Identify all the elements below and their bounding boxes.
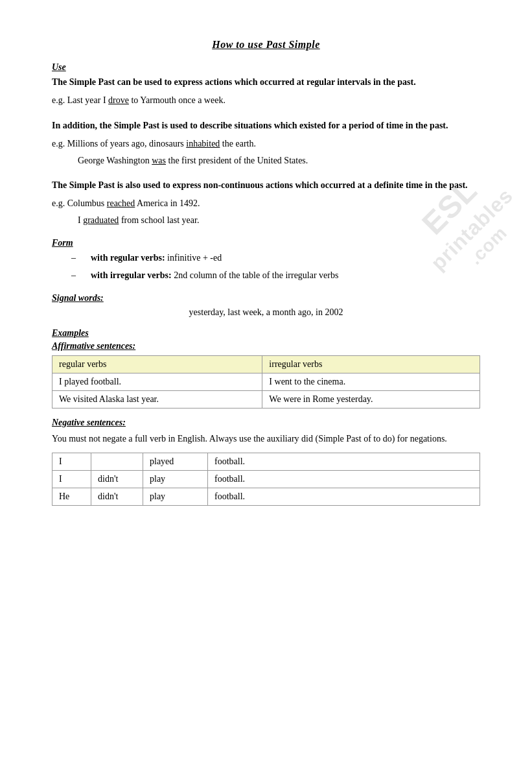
neg-r3-c4: football. [208, 488, 480, 506]
affirmative-col2-header: irregular verbs [262, 355, 480, 373]
affirmative-r1-c1: I played football. [52, 373, 262, 390]
affirmative-table: regular verbs irregular verbs I played f… [52, 355, 480, 409]
neg-r2-c2: didn't [91, 471, 143, 488]
neg-r2-c3: play [143, 471, 208, 488]
neg-r1-c2 [91, 453, 143, 471]
page-title: How to use Past Simple [52, 39, 480, 51]
examples-section: Examples Affirmative sentences: regular … [52, 328, 480, 506]
signal-words: yesterday, last week, a month ago, in 20… [52, 307, 480, 318]
neg-r1-c3: played [143, 453, 208, 471]
use-heading: Use [52, 62, 480, 73]
neg-r3-c3: play [143, 488, 208, 506]
use-paragraph-3: The Simple Past is also used to express … [52, 178, 480, 193]
affirmative-heading: Affirmative sentences: [52, 341, 480, 351]
neg-r3-c1: He [52, 488, 91, 506]
affirmative-col1-header: regular verbs [52, 355, 262, 373]
affirmative-row-1: I played football. I went to the cinema. [52, 373, 480, 390]
neg-r2-c1: I [52, 471, 91, 488]
use-example-3b: I graduated from school last year. [78, 213, 480, 228]
negative-row-2: I didn't play football. [52, 471, 480, 488]
use-paragraph-1: The Simple Past can be used to express a… [52, 75, 480, 89]
form-heading: Form [52, 238, 480, 248]
negative-paragraph: You must not negate a full verb in Engli… [52, 432, 480, 446]
use-example-2a: e.g. Millions of years ago, dinosaurs in… [52, 137, 480, 151]
use-example-2b: George Washington was the first presiden… [78, 154, 480, 168]
use-example-3a: e.g. Columbus reached America in 1492. [52, 196, 480, 211]
affirmative-r2-c1: We visited Alaska last year. [52, 390, 262, 408]
affirmative-row-2: We visited Alaska last year. We were in … [52, 390, 480, 408]
signal-heading: Signal words: [52, 293, 480, 303]
use-paragraph-2: In addition, the Simple Past is used to … [52, 119, 480, 133]
affirmative-r1-c2: I went to the cinema. [262, 373, 480, 390]
negative-row-1: I played football. [52, 453, 480, 471]
neg-r2-c4: football. [208, 471, 480, 488]
negative-row-3: He didn't play football. [52, 488, 480, 506]
form-item-irregular: – with irregular verbs: 2nd column of th… [71, 268, 480, 283]
signal-section: Signal words: yesterday, last week, a mo… [52, 293, 480, 318]
affirmative-header-row: regular verbs irregular verbs [52, 355, 480, 373]
examples-heading: Examples [52, 328, 480, 338]
use-example-1: e.g. Last year I drove to Yarmouth once … [52, 93, 480, 108]
neg-r1-c4: football. [208, 453, 480, 471]
form-item-regular: – with regular verbs: infinitive + -ed [71, 251, 480, 265]
negative-heading: Negative sentences: [52, 418, 480, 428]
non-continuous-section: The Simple Past is also used to express … [52, 178, 480, 228]
neg-r3-c2: didn't [91, 488, 143, 506]
use-section: Use The Simple Past can be used to expre… [52, 62, 480, 108]
affirmative-r2-c2: We were in Rome yesterday. [262, 390, 480, 408]
negative-table: I played football. I didn't play footbal… [52, 453, 480, 506]
form-list: – with regular verbs: infinitive + -ed –… [71, 251, 480, 283]
in-addition-section: In addition, the Simple Past is used to … [52, 119, 480, 168]
form-section: Form – with regular verbs: infinitive + … [52, 238, 480, 283]
neg-r1-c1: I [52, 453, 91, 471]
